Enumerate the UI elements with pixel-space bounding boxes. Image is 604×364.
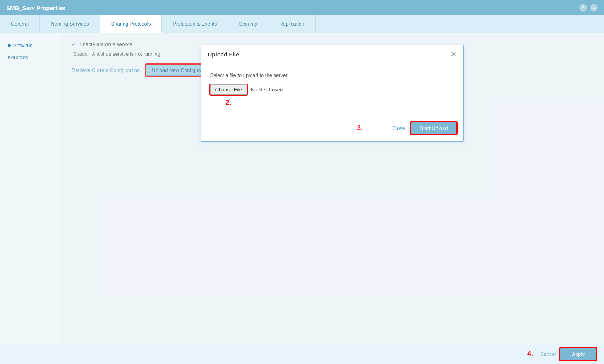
title-bar-controls: ? ✕	[579, 4, 598, 12]
sidebar: Antivirus Kerberos	[0, 33, 60, 344]
dialog-close-icon[interactable]: ✕	[451, 51, 456, 58]
title-bar: SMB_Serv Properties ? ✕	[0, 0, 604, 15]
step2-container: 2.	[210, 99, 454, 107]
dialog-title: Upload File	[208, 51, 239, 58]
close-icon[interactable]: ✕	[590, 4, 598, 12]
dialog-overlay: Upload File ✕ Select a file to upload to…	[60, 33, 604, 344]
tab-security[interactable]: Security	[228, 15, 268, 33]
content-panel: ✓ Enable antivirus service Status: Antiv…	[60, 33, 604, 344]
step3-label: 3.	[357, 124, 363, 132]
dialog-body: Select a file to upload to the server. C…	[201, 62, 463, 118]
choose-file-button[interactable]: Choose File	[210, 84, 247, 95]
cancel-button[interactable]: Cancel	[540, 351, 556, 357]
tab-bar: General Naming Services Sharing Protocol…	[0, 15, 604, 33]
dialog-footer: 3. Close Start Upload	[201, 118, 463, 141]
active-dot	[8, 44, 11, 47]
tab-protection-events[interactable]: Protection & Events	[162, 15, 228, 33]
no-file-text: No file chosen	[251, 87, 283, 92]
main-content: Antivirus Kerberos ✓ Enable antivirus se…	[0, 33, 604, 344]
sidebar-item-antivirus-label: Antivirus	[13, 43, 33, 48]
tab-naming-services[interactable]: Naming Services	[40, 15, 100, 33]
dialog-header: Upload File ✕	[201, 45, 463, 62]
dialog-close-link[interactable]: Close	[392, 125, 405, 131]
step4-label: 4.	[527, 350, 533, 358]
start-upload-button[interactable]: Start Upload	[411, 122, 456, 134]
tab-sharing-protocols[interactable]: Sharing Protocols	[100, 15, 162, 33]
dialog-instruction: Select a file to upload to the server.	[210, 72, 454, 78]
upload-file-dialog: Upload File ✕ Select a file to upload to…	[201, 45, 464, 142]
sidebar-item-kerberos-label: Kerberos	[8, 55, 28, 60]
help-icon[interactable]: ?	[579, 4, 587, 12]
sidebar-item-kerberos[interactable]: Kerberos	[0, 51, 60, 63]
sidebar-item-antivirus[interactable]: Antivirus	[0, 39, 60, 51]
tab-replication[interactable]: Replication	[268, 15, 315, 33]
tab-general[interactable]: General	[0, 15, 40, 33]
bottom-bar: 4. Cancel Apply	[0, 344, 604, 364]
step2-label: 2.	[226, 99, 232, 106]
apply-button[interactable]: Apply	[560, 348, 596, 360]
file-input-row: Choose File No file chosen	[210, 84, 454, 95]
window-title: SMB_Serv Properties	[6, 5, 65, 11]
